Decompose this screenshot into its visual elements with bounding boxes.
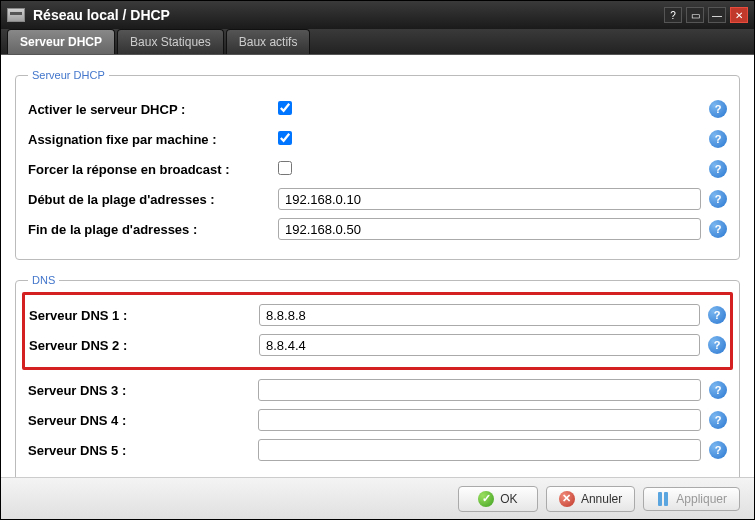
tab-baux-statiques[interactable]: Baux Statiques — [117, 29, 224, 54]
group-dhcp: Serveur DHCP Activer le serveur DHCP : ?… — [15, 69, 740, 260]
minimize-button[interactable]: — — [708, 7, 726, 23]
tab-baux-actifs[interactable]: Baux actifs — [226, 29, 311, 54]
row-dns3: Serveur DNS 3 : ? — [28, 378, 727, 402]
label-dns1: Serveur DNS 1 : — [29, 308, 259, 323]
help-icon[interactable]: ? — [709, 130, 727, 148]
label-range-start: Début de la plage d'adresses : — [28, 192, 278, 207]
input-range-start[interactable] — [278, 188, 701, 210]
window-buttons: ? ▭ — ✕ — [664, 7, 748, 23]
input-dns2[interactable] — [259, 334, 700, 356]
cancel-button-label: Annuler — [581, 492, 622, 506]
highlight-box: Serveur DNS 1 : ? Serveur DNS 2 : ? — [22, 292, 733, 370]
help-icon[interactable]: ? — [709, 100, 727, 118]
label-broadcast: Forcer la réponse en broadcast : — [28, 162, 278, 177]
group-dns: DNS Serveur DNS 1 : ? Serveur DNS 2 : ? … — [15, 274, 740, 477]
label-fixed-assign: Assignation fixe par machine : — [28, 132, 278, 147]
input-dns3[interactable] — [258, 379, 701, 401]
ok-button[interactable]: ✓ OK — [458, 486, 538, 512]
window-button[interactable]: ▭ — [686, 7, 704, 23]
row-range-end: Fin de la plage d'adresses : ? — [28, 217, 727, 241]
checkbox-broadcast[interactable] — [278, 161, 292, 175]
label-dns5: Serveur DNS 5 : — [28, 443, 258, 458]
input-dns4[interactable] — [258, 409, 701, 431]
window: Réseau local / DHCP ? ▭ — ✕ Serveur DHCP… — [0, 0, 755, 520]
row-dns1: Serveur DNS 1 : ? — [29, 303, 726, 327]
window-title: Réseau local / DHCP — [33, 7, 664, 23]
input-dns1[interactable] — [259, 304, 700, 326]
row-dns4: Serveur DNS 4 : ? — [28, 408, 727, 432]
ok-button-label: OK — [500, 492, 517, 506]
cancel-button[interactable]: ✕ Annuler — [546, 486, 635, 512]
row-broadcast: Forcer la réponse en broadcast : ? — [28, 157, 727, 181]
help-icon[interactable]: ? — [709, 220, 727, 238]
row-dns2: Serveur DNS 2 : ? — [29, 333, 726, 357]
row-range-start: Début de la plage d'adresses : ? — [28, 187, 727, 211]
checkbox-enable-dhcp[interactable] — [278, 101, 292, 115]
help-icon[interactable]: ? — [709, 411, 727, 429]
tabbar: Serveur DHCP Baux Statiques Baux actifs — [1, 29, 754, 55]
label-dns2: Serveur DNS 2 : — [29, 338, 259, 353]
row-dns5: Serveur DNS 5 : ? — [28, 438, 727, 462]
help-button[interactable]: ? — [664, 7, 682, 23]
content-area: Serveur DHCP Activer le serveur DHCP : ?… — [1, 55, 754, 477]
close-button[interactable]: ✕ — [730, 7, 748, 23]
label-dns3: Serveur DNS 3 : — [28, 383, 258, 398]
help-icon[interactable]: ? — [709, 190, 727, 208]
input-range-end[interactable] — [278, 218, 701, 240]
cancel-icon: ✕ — [559, 491, 575, 507]
help-icon[interactable]: ? — [708, 336, 726, 354]
help-icon[interactable]: ? — [709, 441, 727, 459]
help-icon[interactable]: ? — [709, 160, 727, 178]
label-range-end: Fin de la plage d'adresses : — [28, 222, 278, 237]
input-dns5[interactable] — [258, 439, 701, 461]
titlebar: Réseau local / DHCP ? ▭ — ✕ — [1, 1, 754, 29]
checkbox-fixed-assign[interactable] — [278, 131, 292, 145]
group-dns-legend: DNS — [28, 274, 59, 286]
row-enable-dhcp: Activer le serveur DHCP : ? — [28, 97, 727, 121]
apply-icon — [656, 492, 670, 506]
apply-button[interactable]: Appliquer — [643, 487, 740, 511]
tab-serveur-dhcp[interactable]: Serveur DHCP — [7, 29, 115, 54]
check-icon: ✓ — [478, 491, 494, 507]
row-fixed-assign: Assignation fixe par machine : ? — [28, 127, 727, 151]
label-enable-dhcp: Activer le serveur DHCP : — [28, 102, 278, 117]
help-icon[interactable]: ? — [708, 306, 726, 324]
footer: ✓ OK ✕ Annuler Appliquer — [1, 477, 754, 519]
label-dns4: Serveur DNS 4 : — [28, 413, 258, 428]
group-dhcp-legend: Serveur DHCP — [28, 69, 109, 81]
app-icon — [7, 8, 25, 22]
apply-button-label: Appliquer — [676, 492, 727, 506]
help-icon[interactable]: ? — [709, 381, 727, 399]
